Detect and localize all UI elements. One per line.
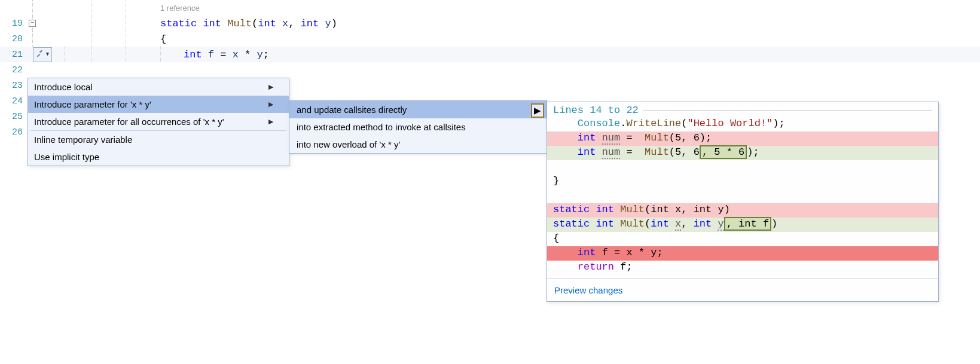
submenu-extracted-method[interactable]: into extracted method to invoke at calls…	[289, 118, 547, 136]
code-line-21[interactable]: int f = x * y;	[91, 49, 269, 60]
menu-use-implicit-type[interactable]: Use implicit type	[28, 148, 289, 166]
preview-line	[547, 160, 938, 175]
screwdriver-icon	[36, 49, 44, 60]
quick-actions-button[interactable]: ▼	[33, 47, 52, 62]
preview-footer-label: Preview changes	[554, 285, 622, 295]
menu-item-label: Introduce parameter for 'x * y'	[34, 99, 151, 109]
preview-line: }	[547, 175, 938, 189]
preview-line-added: static int Mult(int x, int y, int f)	[547, 218, 938, 232]
svg-rect-0	[39, 50, 42, 53]
dropdown-caret-icon: ▼	[46, 51, 49, 57]
menu-introduce-parameter[interactable]: Introduce parameter for 'x * y' ▶	[28, 96, 289, 113]
preview-line-removed: static int Mult(int x, int y)	[547, 203, 938, 218]
line-number-20: 20	[0, 34, 26, 44]
preview-line: {	[547, 232, 938, 246]
menu-item-label: Inline temporary variable	[34, 134, 132, 145]
preview-line	[547, 189, 938, 203]
line-number-19: 19	[0, 19, 26, 29]
line-number-23: 23	[0, 81, 26, 91]
submenu-arrow-icon: ▶	[268, 100, 273, 108]
submenu-update-callsites[interactable]: and update callsites directly ▶	[289, 101, 547, 118]
preview-changes-link[interactable]: Preview changes	[547, 279, 938, 301]
quick-actions-submenu: and update callsites directly ▶ into ext…	[289, 100, 547, 154]
submenu-arrow-icon: ▶	[268, 83, 273, 91]
preview-line-removed: int num = Mult(5, 6);	[547, 131, 938, 146]
menu-item-label: Introduce local	[34, 82, 93, 92]
menu-item-label: into extracted method to invoke at calls…	[297, 122, 466, 132]
quick-actions-menu: Introduce local ▶ Introduce parameter fo…	[28, 78, 289, 166]
preview-header-text: Lines 14 to 22	[553, 105, 639, 116]
submenu-new-overload[interactable]: into new overload of 'x * y'	[289, 136, 547, 153]
preview-line: Console.WriteLine("Hello World!");	[547, 117, 938, 131]
submenu-arrow-icon: ▶	[268, 118, 273, 126]
code-line-19[interactable]: static int Mult(int x, int y)	[91, 18, 337, 29]
preview-body: Console.WriteLine("Hello World!"); int n…	[547, 117, 938, 279]
menu-inline-temp[interactable]: Inline temporary variable	[28, 131, 289, 148]
line-number-26: 26	[0, 127, 26, 137]
preview-panel: Lines 14 to 22 Console.WriteLine("Hello …	[547, 102, 939, 302]
menu-introduce-parameter-all[interactable]: Introduce parameter for all occurrences …	[28, 113, 289, 130]
line-number-21: 21	[0, 50, 26, 60]
line-number-22: 22	[0, 65, 26, 75]
code-line-20[interactable]: {	[91, 33, 166, 45]
preview-line-added: int num = Mult(5, 6, 5 * 6);	[547, 146, 938, 160]
menu-introduce-local[interactable]: Introduce local ▶	[28, 78, 289, 96]
fold-toggle-icon[interactable]: −	[29, 20, 36, 27]
preview-line-removed-strong: int f = x * y;	[547, 246, 938, 261]
codelens-references[interactable]: 1 reference	[91, 4, 200, 13]
menu-item-label: Use implicit type	[34, 152, 99, 162]
menu-item-label: and update callsites directly	[297, 105, 407, 115]
menu-item-label: Introduce parameter for all occurrences …	[34, 117, 224, 127]
preview-header: Lines 14 to 22	[547, 102, 938, 117]
preview-expand-icon[interactable]: ▶	[531, 103, 544, 118]
preview-line: return f;	[547, 261, 938, 275]
line-number-25: 25	[0, 112, 26, 122]
line-number-24: 24	[0, 96, 26, 106]
menu-item-label: into new overload of 'x * y'	[297, 139, 400, 149]
